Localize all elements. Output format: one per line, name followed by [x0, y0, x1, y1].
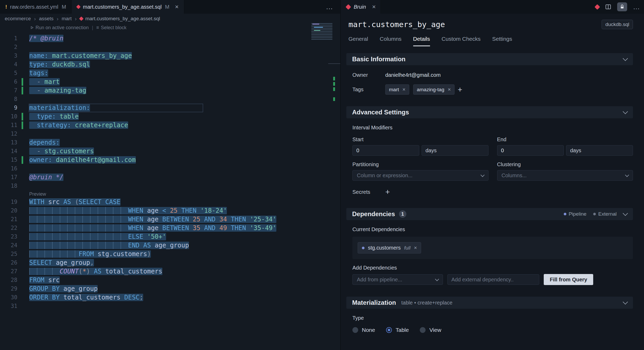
modified-indicator: M — [165, 4, 169, 10]
end-unit-input[interactable]: days — [566, 145, 633, 156]
code-line-22[interactable]: 22 WHEN age BETWEEN 35 AND 49 THEN '35-4… — [0, 224, 340, 232]
code-line-8[interactable]: 8 — [0, 95, 340, 104]
chevron-down-icon[interactable] — [623, 56, 628, 61]
minimap[interactable] — [311, 23, 332, 40]
code-line-17[interactable]: 17@bruin */ — [0, 173, 340, 182]
chevron-down-icon[interactable] — [623, 299, 628, 305]
tag-pill: amazing-tag× — [413, 84, 455, 95]
code-line-24[interactable]: 24 END AS age_group — [0, 241, 340, 250]
code-line-3[interactable]: 3name: mart.customers_by_age — [0, 52, 340, 60]
breadcrumb-item[interactable]: ecommerce — [5, 16, 31, 22]
start-value-input[interactable] — [352, 145, 419, 156]
materialization-summary: table • create+replace — [401, 300, 452, 306]
tab-raw-orders[interactable]: ! raw.orders.asset.yml M — [0, 0, 72, 14]
editor-tabbar: ! raw.orders.asset.yml M mart.customers_… — [0, 0, 340, 14]
code-line-15[interactable]: 15owner: danielhe4rt@gmail.com — [0, 156, 340, 164]
chevron-down-icon[interactable] — [623, 109, 628, 114]
code-line-18[interactable]: 18 — [0, 182, 340, 190]
close-panel-icon[interactable]: × — [372, 4, 376, 10]
panel-tab-columns[interactable]: Columns — [380, 36, 402, 46]
code-line-13[interactable]: 13depends: — [0, 138, 340, 147]
partitioning-select[interactable]: Column or expression... — [352, 170, 488, 181]
start-label: Start — [352, 136, 488, 143]
minimap-sash[interactable] — [328, 63, 340, 64]
radio-icon[interactable] — [386, 327, 392, 333]
section-header-dependencies[interactable]: Dependencies 1 PipelineExternal — [346, 208, 633, 220]
add-secret-icon[interactable]: + — [385, 188, 390, 196]
end-value-input[interactable] — [497, 145, 564, 156]
code-line-29[interactable]: 29GROUP BY age_group — [0, 285, 340, 293]
breadcrumb-file[interactable]: mart.customers_by_age.asset.sql — [80, 16, 160, 22]
code-line-21[interactable]: 21 WHEN age BETWEEN 25 AND 34 THEN '25-3… — [0, 215, 340, 224]
section-header-advanced-settings[interactable]: Advanced Settings — [346, 106, 633, 118]
code-line-4[interactable]: 4type: duckdb.sql — [0, 60, 340, 69]
line-number: 1 — [0, 34, 17, 43]
code-line-31[interactable]: 31 — [0, 302, 340, 311]
secrets-label: Secrets — [352, 189, 385, 195]
chevron-down-icon[interactable] — [623, 211, 628, 216]
section-basic-information: Basic Information Owner danielhe4rt@gmai… — [346, 53, 633, 95]
code-line-1[interactable]: 1/* @bruin — [0, 34, 340, 43]
code-line-12[interactable]: 12 — [0, 130, 340, 138]
section-header-materialization[interactable]: Materialization table • create+replace — [346, 297, 633, 309]
radio-icon[interactable] — [420, 327, 426, 333]
line-number: 4 — [0, 60, 17, 69]
code-line-27[interactable]: 27 COUNT(*) AS total_customers — [0, 267, 340, 276]
start-unit-input[interactable]: days — [422, 145, 488, 156]
code-line-5[interactable]: 5tags: — [0, 69, 340, 78]
overview-ruler-change-mark — [333, 77, 335, 80]
owner-value: danielhe4rt@gmail.com — [385, 72, 441, 78]
line-number: 3 — [0, 52, 17, 60]
tab-mart-customers-by-age[interactable]: mart.customers_by_age.asset.sql M × — [72, 0, 184, 14]
code-line-23[interactable]: 23 ELSE '50+' — [0, 232, 340, 241]
fill-from-query-button[interactable]: Fill from Query — [544, 274, 593, 285]
add-external-dependency-input[interactable]: Add external dependency.. — [447, 274, 539, 285]
radio-option-view[interactable]: View — [420, 327, 441, 333]
remove-tag-icon[interactable]: × — [448, 87, 451, 93]
warning-icon: ! — [5, 4, 7, 10]
tab-bruin-panel[interactable]: Bruin × — [341, 0, 381, 14]
run-on-active-connection-link[interactable]: Run on active connection — [30, 25, 89, 31]
code-line-7[interactable]: 7 - amazing-tag — [0, 86, 340, 95]
clustering-select[interactable]: Columns... — [497, 170, 633, 181]
code-line-11[interactable]: 11 strategy: create+replace — [0, 121, 340, 130]
add-tag-icon[interactable]: + — [458, 86, 462, 94]
line-number: 28 — [0, 276, 17, 285]
dependency-mode: full — [404, 245, 410, 251]
code-line-28[interactable]: 28FROM src — [0, 276, 340, 285]
section-heading: Advanced Settings — [352, 109, 409, 116]
panel-tab-details[interactable]: Details — [413, 36, 430, 46]
breadcrumb-item[interactable]: mart — [62, 16, 72, 22]
lock-panel-button[interactable] — [617, 2, 627, 11]
code-line-14[interactable]: 14 - stg.customers — [0, 147, 340, 156]
section-header-basic-information[interactable]: Basic Information — [346, 53, 633, 65]
remove-tag-icon[interactable]: × — [402, 87, 406, 93]
dependency-pill[interactable]: stg.customersfull× — [358, 242, 421, 253]
editor-more-actions-icon[interactable]: … — [318, 3, 340, 11]
select-block-link[interactable]: ≡ Select block — [96, 25, 127, 31]
code-line-10[interactable]: 10 type: table — [0, 112, 340, 121]
remove-dependency-icon[interactable]: × — [414, 245, 417, 251]
panel-tab-custom-checks[interactable]: Custom Checks — [442, 36, 481, 46]
code-editor[interactable]: 1/* @bruin23name: mart.customers_by_age4… — [0, 34, 340, 311]
code-line-9[interactable]: 9materialization: — [0, 104, 340, 112]
code-line-6[interactable]: 6 - mart — [0, 78, 340, 86]
code-line-16[interactable]: 16 — [0, 164, 340, 173]
split-editor-icon[interactable] — [605, 4, 611, 10]
code-line-26[interactable]: 26SELECT age_group, — [0, 258, 340, 267]
code-line-20[interactable]: 20 WHEN age < 25 THEN '18-24' — [0, 206, 340, 215]
panel-more-actions-icon[interactable]: … — [633, 3, 640, 11]
code-line-30[interactable]: 30ORDER BY total_customers DESC; — [0, 293, 340, 302]
radio-icon[interactable] — [352, 327, 358, 333]
radio-option-none[interactable]: None — [352, 327, 375, 333]
radio-option-table[interactable]: Table — [386, 327, 409, 333]
panel-tab-general[interactable]: General — [348, 36, 368, 46]
breadcrumb-item[interactable]: assets — [39, 16, 53, 22]
panel-tab-settings[interactable]: Settings — [492, 36, 512, 46]
codelens-preview[interactable]: Preview — [0, 190, 340, 198]
add-from-pipeline-select[interactable]: Add from pipeline... — [352, 274, 443, 285]
code-line-2[interactable]: 2 — [0, 43, 340, 52]
close-tab-icon[interactable]: × — [175, 4, 179, 10]
code-line-25[interactable]: 25 FROM stg.customers) — [0, 250, 340, 258]
code-line-19[interactable]: 19WITH src AS (SELECT CASE — [0, 198, 340, 206]
